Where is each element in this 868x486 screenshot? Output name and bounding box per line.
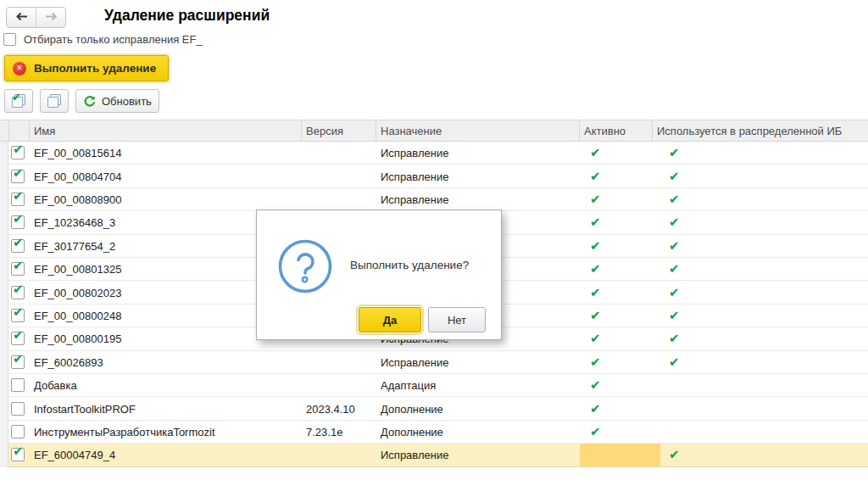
cell-purpose: Адаптация <box>381 379 436 392</box>
checkbox-check-icon: ✔ <box>13 444 24 459</box>
checkbox-check-icon: ✔ <box>13 327 24 343</box>
cell-name: EF_00_00815614 <box>34 147 121 159</box>
row-checkbox[interactable]: ✔ <box>11 239 25 253</box>
table-row[interactable]: InfostartToolkitPROF2023.4.10Дополнение✔ <box>8 397 868 420</box>
set-all-checkboxes-button[interactable]: ✔ <box>4 89 33 113</box>
column-header-version[interactable]: Версия <box>306 125 343 137</box>
column-header-name[interactable]: Имя <box>34 125 55 137</box>
distributed-check-icon: ✔ <box>669 447 680 462</box>
table-row[interactable]: ✔EF_00_00804704Исправление✔✔ <box>8 165 868 187</box>
refresh-button[interactable]: Обновить <box>75 89 159 113</box>
table-row[interactable]: ✔EF_00_00815614Исправление✔✔ <box>8 142 868 165</box>
checkbox-check-icon: ✔ <box>13 282 24 297</box>
active-check-icon: ✔ <box>590 192 601 207</box>
confirm-dialog: Выполнить удаление? Да Нет <box>256 209 502 340</box>
active-check-icon: ✔ <box>590 377 601 393</box>
dialog-yes-button[interactable]: Да <box>359 307 421 332</box>
checkbox-check-icon: ✔ <box>13 165 24 181</box>
cell-name: Добавка <box>34 379 77 392</box>
row-checkbox[interactable] <box>11 378 25 392</box>
check-all-icon: ✔ <box>12 94 25 108</box>
uncheck-all-icon <box>47 94 61 108</box>
row-checkbox[interactable]: ✔ <box>11 146 25 159</box>
cell-name: EF_00_00800195 <box>34 332 121 345</box>
table-row[interactable]: ✔EF_60004749_4Исправление✔ <box>8 444 868 466</box>
cell-version: 2023.4.10 <box>306 402 355 415</box>
nav-history-buttons <box>6 7 66 28</box>
question-icon <box>277 238 333 297</box>
execute-delete-label: Выполнить удаление <box>34 62 156 75</box>
row-checkbox[interactable]: ✔ <box>11 332 25 345</box>
row-selector-strip <box>0 142 8 467</box>
column-header-purpose[interactable]: Назначение <box>381 125 442 137</box>
cell-name: EF_60026893 <box>34 355 103 368</box>
focused-cell-active[interactable] <box>580 444 660 466</box>
row-checkbox[interactable] <box>11 402 25 416</box>
row-checkbox[interactable]: ✔ <box>11 262 25 276</box>
refresh-icon <box>83 95 96 108</box>
distributed-check-icon: ✔ <box>669 331 680 346</box>
table-row[interactable]: ✔EF_00_00808900Исправление✔✔ <box>8 188 868 211</box>
cell-name: EF_10236468_3 <box>34 216 115 229</box>
row-checkbox[interactable]: ✔ <box>11 193 25 206</box>
table-row[interactable]: ДобавкаАдаптация✔ <box>8 374 868 397</box>
row-checkbox[interactable]: ✔ <box>11 309 25 322</box>
back-button[interactable] <box>7 8 36 27</box>
checkbox-check-icon: ✔ <box>13 258 24 273</box>
row-checkbox[interactable]: ✔ <box>11 286 25 299</box>
row-checkbox[interactable]: ✔ <box>11 215 25 229</box>
cell-purpose: Исправление <box>381 355 448 368</box>
forward-arrow-icon <box>45 11 58 24</box>
active-check-icon: ✔ <box>590 145 601 160</box>
back-arrow-icon <box>15 11 28 24</box>
row-checkbox[interactable]: ✔ <box>11 170 25 183</box>
checkbox-check-icon: ✔ <box>13 211 24 226</box>
cell-name: InfostartToolkitPROF <box>34 402 136 415</box>
column-header-active[interactable]: Активно <box>584 125 626 137</box>
cell-name: EF_00_00802023 <box>34 286 121 299</box>
execute-delete-button[interactable]: ✕ Выполнить удаление <box>4 55 169 81</box>
forward-button[interactable] <box>36 8 65 27</box>
cell-name: EF_60004749_4 <box>34 449 115 461</box>
row-checkbox[interactable]: ✔ <box>11 448 25 461</box>
active-check-icon: ✔ <box>590 215 601 230</box>
filter-checkbox-row: Отбирать только исправления EF_ <box>3 33 203 46</box>
column-header-distributed[interactable]: Используется в распределенной ИБ <box>657 125 842 137</box>
cell-purpose: Исправление <box>381 193 448 205</box>
table-row[interactable]: ИнструментыРазработчикаTormozit7.23.1eДо… <box>8 421 868 444</box>
checkbox-check-icon: ✔ <box>13 188 24 204</box>
distributed-check-icon: ✔ <box>669 261 680 277</box>
distributed-check-icon: ✔ <box>669 168 680 183</box>
cell-version: 7.23.1e <box>306 425 342 438</box>
distributed-check-icon: ✔ <box>669 192 680 207</box>
checkbox-check-icon: ✔ <box>13 351 24 366</box>
active-check-icon: ✔ <box>590 424 601 439</box>
cell-purpose: Исправление <box>381 147 448 159</box>
row-checkbox[interactable]: ✔ <box>11 355 25 369</box>
distributed-check-icon: ✔ <box>669 354 680 369</box>
row-checkbox[interactable] <box>11 425 25 439</box>
active-check-icon: ✔ <box>590 354 601 369</box>
dialog-message: Выполнить удаление? <box>350 259 469 271</box>
cell-name: EF_00_00801325 <box>34 263 121 276</box>
cell-purpose: Исправление <box>381 170 448 182</box>
clear-all-checkboxes-button[interactable] <box>40 89 69 113</box>
cell-name: ИнструментыРазработчикаTormozit <box>34 425 215 438</box>
checkbox-check-icon: ✔ <box>13 235 24 250</box>
cell-purpose: Дополнение <box>381 425 443 438</box>
distributed-check-icon: ✔ <box>669 215 680 230</box>
table-row[interactable]: ✔EF_60026893Исправление✔✔ <box>8 351 868 374</box>
cell-name: EF_00_00804704 <box>34 170 121 182</box>
checkbox-check-icon: ✔ <box>13 142 24 157</box>
active-check-icon: ✔ <box>590 308 601 323</box>
checkbox-check-icon: ✔ <box>13 304 24 320</box>
active-check-icon: ✔ <box>590 237 601 253</box>
red-x-circle-icon: ✕ <box>13 62 26 75</box>
active-check-icon: ✔ <box>590 168 601 183</box>
dialog-no-button[interactable]: Нет <box>428 307 486 332</box>
distributed-check-icon: ✔ <box>669 308 680 323</box>
filter-checkbox[interactable] <box>3 33 16 46</box>
cell-name: EF_30177654_2 <box>34 239 115 252</box>
distributed-check-icon: ✔ <box>669 237 680 253</box>
cell-name: EF_00_00808900 <box>34 193 121 205</box>
